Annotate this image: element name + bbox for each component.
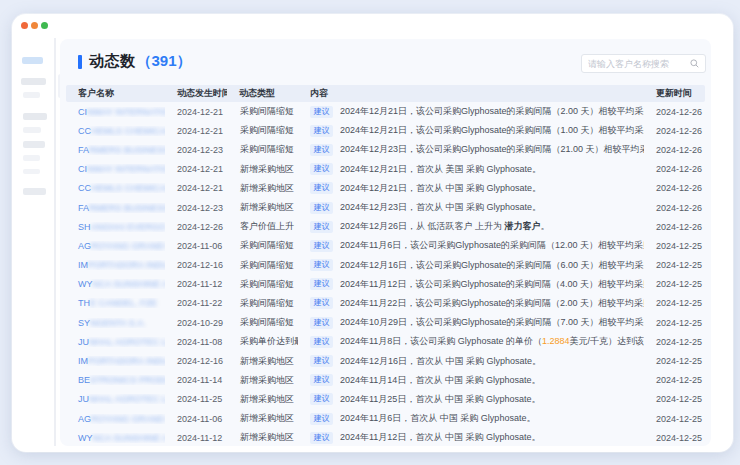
sidebar-item[interactable] [23,188,46,195]
event-time-cell: 2024-12-16 [165,260,227,270]
window-maximize-button[interactable] [41,22,48,29]
content-text: 2024年12月21日，首次从 中国 采购 Glyphosate。 [340,182,541,195]
blurred-name-text: NHAL AGROTEC LI [89,337,165,347]
sidebar-item[interactable] [21,78,46,85]
customer-name-link[interactable]: CINWAY INTERNATIONAL L... [66,107,165,117]
blurred-name-text: NCA SUNSHINE A [93,433,166,443]
suggestion-badge: 建议 [310,182,333,194]
title-accent-bar [78,55,82,69]
customer-name-link[interactable]: BESTRONICS PRODUCTIO... [66,375,165,385]
customer-name-link[interactable]: FARMERS BUSINESS NET... [66,203,165,213]
table-row: AGROYANG GRAND COMPA... 2024-11-06 新增采购地… [66,409,705,428]
event-type-cell: 新增采购地区 [227,201,298,214]
customer-name-link[interactable]: IMPORTADORA INDUSTRIA... [66,356,165,366]
content-text: 2024年11月14日，首次从 中国 采购 Glyphosate。 [340,374,540,387]
dynamics-table: 客户名称 动态发生时间 动态类型 内容 更新时间 CINWAY INTERNAT… [66,85,705,447]
blurred-name-text: ROYANG GRAND C [91,414,165,424]
content-text: 2024年11月8日，该公司采购 Glyphosate 的单价（1.2884美元… [340,335,644,348]
event-type-cell: 采购间隔缩短 [227,316,298,329]
table-row: CCHEMLS CHEMICALS LLC 2024-12-21 采购间隔缩短 … [66,121,705,140]
suggestion-badge: 建议 [310,202,333,214]
event-type-cell: 采购间隔缩短 [227,297,298,310]
window-controls [21,22,48,29]
suggestion-badge: 建议 [310,355,333,367]
customer-name-link[interactable]: IMPORTADORA INDUSTRIA... [66,260,165,270]
event-time-cell: 2024-11-12 [165,433,227,443]
event-time-cell: 2024-11-06 [165,241,227,251]
content-cell: 建议 2024年12月23日，首次从 中国 采购 Glyphosate。 [298,201,644,214]
main-panel: 动态数 （391） 客户名称 动态发生时间 动态类型 内容 更新时间 CINWA… [60,39,711,446]
suggestion-badge: 建议 [310,144,333,156]
customer-name-link[interactable]: AGROYANG GRAND COMPA... [66,241,165,251]
search-box[interactable] [581,54,706,73]
customer-name-link[interactable]: SHANGHAI EVERGO INTER... [66,222,165,232]
customer-name-link[interactable]: JUNHAL AGROTEC LIMITED [66,394,165,404]
event-type-cell: 采购间隔缩短 [227,124,298,137]
search-input[interactable] [588,59,690,69]
suggestion-badge: 建议 [310,393,333,405]
sidebar-item-active[interactable] [22,57,43,64]
sidebar-item[interactable] [23,113,47,120]
sidebar-item[interactable] [23,127,41,133]
blurred-name-text: E CANDEL, FZE [90,298,157,308]
content-cell: 建议 2024年11月14日，首次从 中国 采购 Glyphosate。 [298,374,644,387]
updated-time-cell: 2024-12-25 [644,318,705,328]
content-text: 2024年11月6日，首次从 中国 采购 Glyphosate。 [340,412,535,425]
sidebar-divider [54,38,56,446]
suggestion-badge: 建议 [310,432,333,444]
content-text: 2024年11月22日，该公司采购Glyphosate的采购间隔（2.00 天）… [340,297,644,310]
suggestion-badge: 建议 [310,240,333,252]
content-cell: 建议 2024年12月16日，该公司采购Glyphosate的采购间隔（6.00… [298,259,644,272]
customer-name-link[interactable]: FARMERS BUSINESS NET... [66,145,165,155]
content-cell: 建议 2024年11月8日，该公司采购 Glyphosate 的单价（1.288… [298,335,644,348]
event-time-cell: 2024-10-29 [165,318,227,328]
customer-name-link[interactable]: WYNCA SUNSHINE AGRIC ... [66,433,165,443]
event-time-cell: 2024-12-23 [165,145,227,155]
content-text: 2024年12月21日，该公司采购Glyphosate的采购间隔（2.00 天）… [340,105,644,118]
updated-time-cell: 2024-12-26 [644,145,705,155]
event-type-cell: 新增采购地区 [227,163,298,176]
col-header-event-type: 动态类型 [227,87,298,100]
table-row: CINWAY INTERNATIONAL L... 2024-12-21 新增采… [66,160,705,179]
table-row: JUNHAL AGROTEC LIMITED 2024-11-25 新增采购地区… [66,390,705,409]
content-text: 2024年11月12日，该公司采购Glyphosate的采购间隔（4.00 天）… [340,278,644,291]
event-time-cell: 2024-11-06 [165,414,227,424]
table-row: IMPORTADORA INDUSTRIA... 2024-12-16 新增采购… [66,351,705,370]
content-cell: 建议 2024年11月6日，首次从 中国 采购 Glyphosate。 [298,412,644,425]
table-row: FARMERS BUSINESS NET... 2024-12-23 采购间隔缩… [66,140,705,159]
updated-time-cell: 2024-12-25 [644,375,705,385]
sidebar-item[interactable] [23,141,45,148]
content-cell: 建议 2024年11月25日，首次从 中国 采购 Glyphosate。 [298,393,644,406]
customer-name-link[interactable]: CCHEMLS CHEMICALS LLC [66,183,165,193]
updated-time-cell: 2024-12-25 [644,356,705,366]
content-cell: 建议 2024年12月26日，从 低活跃客户 上升为 潜力客户。 [298,220,644,233]
panel-header: 动态数 （391） [60,39,711,85]
content-text: 2024年12月23日，首次从 中国 采购 Glyphosate。 [340,201,541,214]
table-row: AGROYANG GRAND COMPA... 2024-11-06 采购间隔缩… [66,236,705,255]
customer-name-link[interactable]: CCHEMLS CHEMICALS LLC [66,126,165,136]
customer-name-link[interactable]: WYNCA SUNSHINE AGRIC ... [66,279,165,289]
suggestion-badge: 建议 [310,413,333,425]
customer-name-link[interactable]: AGROYANG GRAND COMPA... [66,414,165,424]
blurred-name-text: NCA SUNSHINE A [93,279,166,289]
customer-name-link[interactable]: THE CANDEL, FZE [66,298,165,308]
sidebar-item[interactable] [23,155,40,161]
blurred-name-text: STRONICS PRODU [90,375,165,385]
customer-name-link[interactable]: SYNGENTA S.A. [66,318,165,328]
content-text: 2024年12月26日，从 低活跃客户 上升为 潜力客户。 [340,220,550,233]
event-time-cell: 2024-12-16 [165,356,227,366]
event-time-cell: 2024-12-26 [165,222,227,232]
event-type-cell: 新增采购地区 [227,374,298,387]
event-time-cell: 2024-11-12 [165,279,227,289]
event-time-cell: 2024-12-21 [165,107,227,117]
suggestion-badge: 建议 [310,125,333,137]
customer-name-link[interactable]: JUNHAL AGROTEC LIMITED [66,337,165,347]
sidebar-item[interactable] [23,169,40,174]
window-close-button[interactable] [21,22,28,29]
event-type-cell: 新增采购地区 [227,412,298,425]
sidebar-item[interactable] [23,92,40,98]
window-minimize-button[interactable] [31,22,38,29]
page-title-count: （391） [137,52,192,71]
customer-name-link[interactable]: CINWAY INTERNATIONAL L... [66,164,165,174]
search-icon[interactable] [690,59,699,68]
